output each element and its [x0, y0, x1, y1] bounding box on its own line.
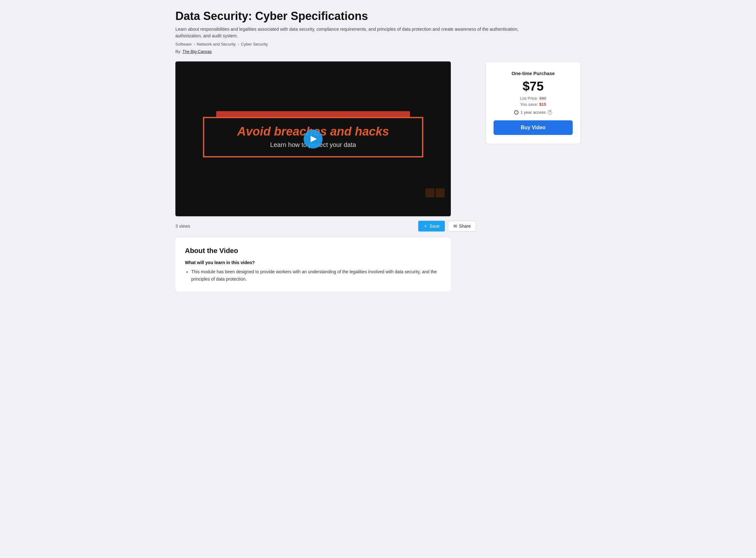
purchase-price: $75: [494, 79, 573, 94]
learn-item-1: This module has been designed to provide…: [191, 268, 441, 282]
save-icon: ＋: [423, 223, 428, 229]
clock-icon: [514, 110, 519, 115]
list-price-value: $90: [540, 96, 546, 101]
list-price-label: List Price:: [520, 96, 538, 101]
access-row: 1 year access ?: [494, 110, 573, 115]
video-icon-2: [436, 188, 444, 197]
save-button[interactable]: ＋ Save: [418, 221, 445, 231]
share-button[interactable]: ✉ Share: [448, 221, 476, 231]
main-content: Avoid breaches and hacks Learn how to pr…: [175, 61, 476, 291]
learn-heading: What will you learn in this video?: [185, 260, 441, 265]
page-title: Data Security: Cyber Specifications: [175, 9, 581, 23]
author-prefix: By:: [175, 49, 181, 54]
author-link[interactable]: The Big Canvas: [182, 49, 212, 54]
video-thumbnail: Avoid breaches and hacks Learn how to pr…: [175, 61, 451, 216]
help-icon[interactable]: ?: [548, 110, 552, 115]
action-buttons: ＋ Save ✉ Share: [418, 221, 476, 231]
you-save-row: You save: $15: [494, 102, 573, 107]
breadcrumb: Software › Network and Security › Cyber …: [175, 42, 581, 47]
list-price-row: List Price: $90: [494, 96, 573, 101]
about-card: About the Video What will you learn in t…: [175, 238, 451, 291]
video-bottom-icons: [425, 188, 444, 197]
author-line: By: The Big Canvas: [175, 49, 581, 54]
you-save-label: You save:: [520, 102, 538, 107]
breadcrumb-cyber-security[interactable]: Cyber Security: [241, 42, 268, 47]
about-title: About the Video: [185, 247, 441, 255]
breadcrumb-sep-1: ›: [193, 42, 195, 47]
video-top-bar: [216, 111, 410, 117]
breadcrumb-software[interactable]: Software: [175, 42, 191, 47]
buy-button[interactable]: Buy Video: [494, 120, 573, 135]
share-label: Share: [459, 224, 471, 229]
learn-list: This module has been designed to provide…: [185, 268, 441, 282]
content-layout: Avoid breaches and hacks Learn how to pr…: [175, 61, 581, 291]
purchase-label: One-time Purchase: [494, 71, 573, 76]
breadcrumb-network-security[interactable]: Network and Security: [197, 42, 236, 47]
page-container: Data Security: Cyber Specifications Lear…: [175, 9, 581, 291]
access-text: 1 year access: [520, 110, 546, 115]
page-description: Learn about responsibilities and legalit…: [175, 26, 524, 39]
share-icon: ✉: [453, 224, 457, 229]
save-label: Save: [429, 224, 440, 229]
purchase-card: One-time Purchase $75 List Price: $90 Yo…: [486, 61, 581, 144]
you-save-value: $15: [539, 102, 546, 107]
views-count: 3 views: [175, 224, 190, 229]
video-player[interactable]: Avoid breaches and hacks Learn how to pr…: [175, 61, 451, 216]
play-button[interactable]: [304, 129, 322, 149]
breadcrumb-sep-2: ›: [238, 42, 239, 47]
video-icon-1: [425, 188, 434, 197]
video-meta-row: 3 views ＋ Save ✉ Share: [175, 221, 476, 231]
sidebar: One-time Purchase $75 List Price: $90 Yo…: [486, 61, 581, 144]
